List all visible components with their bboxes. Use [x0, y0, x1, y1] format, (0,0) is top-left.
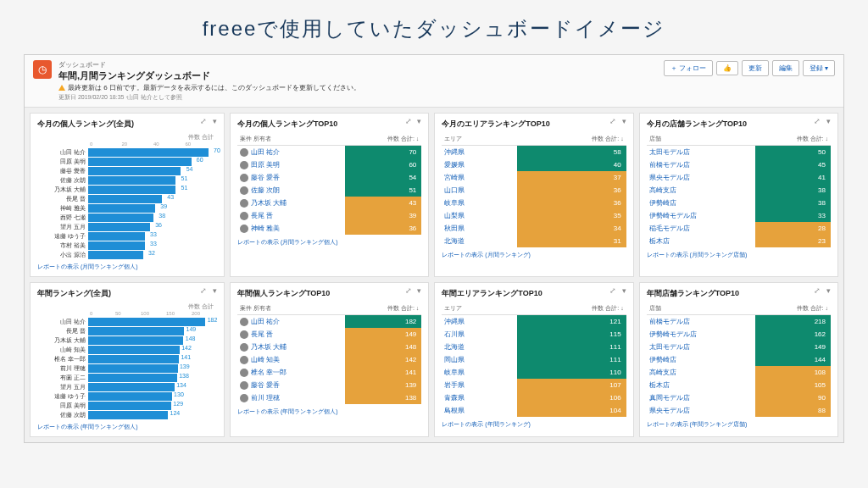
report-link[interactable]: レポートの表示 (年間ランキング個人)	[237, 408, 421, 416]
row-name[interactable]: 山口県	[442, 184, 517, 197]
col-header[interactable]: 店舗	[647, 302, 755, 315]
col-header[interactable]: エリア	[442, 133, 517, 146]
row-name[interactable]: 秋田県	[442, 222, 517, 235]
report-link[interactable]: レポートの表示 (月間ランキング)	[442, 251, 626, 259]
row-value: 34	[517, 222, 626, 235]
avatar-icon	[240, 225, 248, 233]
report-link[interactable]: レポートの表示 (月間ランキング個人)	[237, 238, 421, 247]
table-row: 岩手県 107	[442, 379, 626, 391]
row-name[interactable]: 長尾 晋	[237, 209, 345, 222]
col-header[interactable]: エリア	[442, 302, 517, 315]
panel-controls[interactable]: ⤢ ▾	[609, 286, 628, 295]
col-header[interactable]: 案件 所有者	[237, 302, 345, 315]
row-name[interactable]: 田原 美明	[237, 158, 345, 171]
row-name[interactable]: 岐阜県	[442, 366, 517, 379]
col-header[interactable]: 件数 合計: ↓	[345, 133, 421, 146]
row-name[interactable]: 岡山県	[442, 353, 517, 366]
report-link[interactable]: レポートの表示 (月間ランキング店舗)	[647, 251, 831, 259]
row-name[interactable]: 藤谷 愛香	[237, 171, 345, 184]
row-name[interactable]: 前橋モデル店	[647, 158, 755, 171]
row-name[interactable]: 佐藤 次朗	[237, 184, 345, 197]
report-link[interactable]: レポートの表示 (年間ランキング店舗)	[647, 420, 831, 429]
col-header[interactable]: 件数 合計: ↓	[755, 133, 831, 146]
row-name[interactable]: 栃木店	[647, 379, 755, 391]
row-name[interactable]: 高崎支店	[647, 366, 755, 379]
row-name[interactable]: 県央モデル店	[647, 404, 755, 417]
row-name[interactable]: 前橋モデル店	[647, 315, 755, 329]
row-name[interactable]: 真岡モデル店	[647, 391, 755, 404]
refresh-button[interactable]: 更新	[742, 60, 769, 76]
header-actions: ＋ フォロー 👍 更新 編集 登録 ▾	[664, 60, 835, 76]
avatar-icon	[240, 199, 248, 208]
table-row: 藤谷 愛香 54	[237, 171, 421, 184]
panel-controls[interactable]: ⤢ ▾	[609, 117, 628, 125]
row-name[interactable]: 椎名 幸一郎	[237, 366, 345, 379]
col-header[interactable]: 店舗	[647, 133, 755, 146]
edit-button[interactable]: 編集	[772, 60, 799, 76]
table-row: 乃木坂 大輔 43	[237, 197, 421, 209]
row-value: 182	[345, 315, 421, 329]
table-row: 伊勢崎店 38	[647, 197, 831, 209]
panel-controls[interactable]: ⤢ ▾	[200, 286, 219, 295]
row-name[interactable]: 石川県	[442, 328, 517, 341]
panel-controls[interactable]: ⤢ ▾	[814, 286, 832, 295]
row-name[interactable]: 山崎 知美	[237, 353, 345, 366]
row-name[interactable]: 沖縄県	[442, 146, 517, 159]
row-name[interactable]: 伊勢崎店	[647, 353, 755, 366]
row-name[interactable]: 伊勢崎モデル店	[647, 209, 755, 222]
row-name[interactable]: 岩手県	[442, 379, 517, 391]
row-name[interactable]: 岐阜県	[442, 197, 517, 209]
follow-button[interactable]: ＋ フォロー	[664, 60, 713, 76]
ranking-table: エリア件数 合計: ↓ 沖縄県 58 愛媛県 40 宮崎県 37 山口県 36 …	[442, 133, 626, 247]
row-name[interactable]: 前川 理穂	[237, 391, 345, 404]
row-name[interactable]: 伊勢崎モデル店	[647, 328, 755, 341]
row-name[interactable]: 山梨県	[442, 209, 517, 222]
row-name[interactable]: 藤谷 愛香	[237, 379, 345, 391]
row-name[interactable]: 栃木店	[647, 235, 755, 247]
like-button[interactable]: 👍	[716, 61, 738, 75]
report-link[interactable]: レポートの表示 (月間ランキング個人)	[37, 263, 217, 271]
panel-controls[interactable]: ⤢ ▾	[200, 117, 219, 125]
row-value: 70	[345, 146, 421, 159]
row-name[interactable]: 県央モデル店	[647, 171, 755, 184]
row-value: 148	[345, 341, 421, 353]
row-name[interactable]: 長尾 晋	[237, 328, 345, 341]
row-name[interactable]: 青森県	[442, 391, 517, 404]
row-name[interactable]: 乃木坂 大輔	[237, 341, 345, 353]
table-row: 栃木店 105	[647, 379, 831, 391]
report-link[interactable]: レポートの表示 (年間ランキング)	[442, 420, 626, 429]
col-header[interactable]: 件数 合計: ↓	[517, 133, 626, 146]
row-name[interactable]: 高崎支店	[647, 184, 755, 197]
bar-row: 望月 五月 36	[37, 223, 217, 231]
report-link[interactable]: レポートの表示 (年間ランキング個人)	[37, 423, 217, 431]
row-name[interactable]: 乃木坂 大輔	[237, 197, 345, 209]
col-header[interactable]: 案件 所有者	[237, 133, 345, 146]
bar-row: 西野 七瀬 38	[37, 214, 217, 222]
row-value: 111	[517, 353, 626, 366]
row-name[interactable]: 北海道	[442, 235, 517, 247]
panel-controls[interactable]: ⤢ ▾	[405, 117, 424, 125]
row-name[interactable]: 神崎 雅美	[237, 222, 345, 235]
col-header[interactable]: 件数 合計: ↓	[517, 302, 626, 315]
row-name[interactable]: 太田モデル店	[647, 341, 755, 353]
panel-controls[interactable]: ⤢ ▾	[405, 286, 424, 295]
row-name[interactable]: 太田モデル店	[647, 146, 755, 159]
row-name[interactable]: 沖縄県	[442, 315, 517, 329]
row-name[interactable]: 山田 祐介	[237, 315, 345, 329]
row-name[interactable]: 稲毛モデル店	[647, 222, 755, 235]
table-row: 太田モデル店 50	[647, 146, 831, 159]
avatar-icon	[240, 212, 248, 220]
register-button[interactable]: 登録 ▾	[803, 60, 835, 76]
bar-row: 山田 祐介 70	[37, 148, 217, 157]
col-header[interactable]: 件数 合計: ↓	[345, 302, 421, 315]
panel-controls[interactable]: ⤢ ▾	[814, 117, 832, 125]
panel-title: 今月の個人ランキング(全員)	[37, 119, 217, 130]
row-name[interactable]: 山田 祐介	[237, 146, 345, 159]
row-name[interactable]: 伊勢崎店	[647, 197, 755, 209]
row-name[interactable]: 愛媛県	[442, 158, 517, 171]
col-header[interactable]: 件数 合計: ↓	[755, 302, 831, 315]
row-name[interactable]: 島根県	[442, 404, 517, 417]
panel-p3: 今月のエリアランキングTOP10 ⤢ ▾ エリア件数 合計: ↓ 沖縄県 58 …	[434, 113, 633, 277]
row-name[interactable]: 宮崎県	[442, 171, 517, 184]
row-name[interactable]: 北海道	[442, 341, 517, 353]
